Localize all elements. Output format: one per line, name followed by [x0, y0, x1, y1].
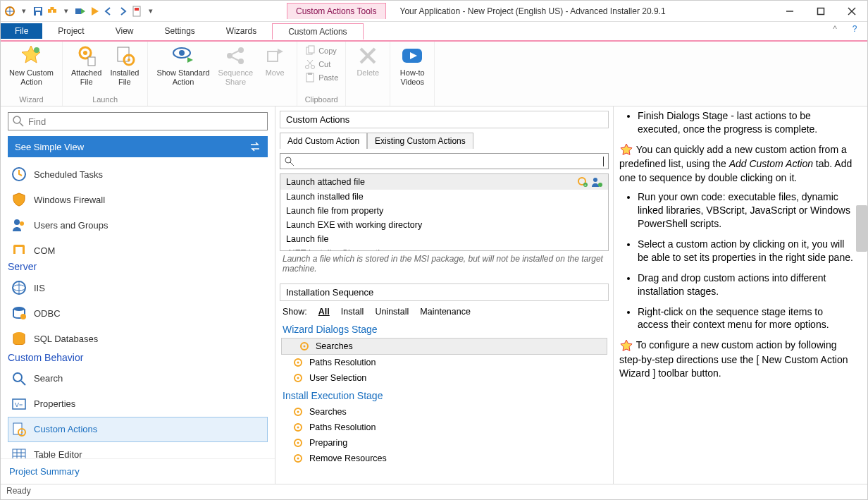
ribbon-collapse-icon[interactable]: ^ [828, 24, 842, 38]
list-item[interactable]: Launch file [280, 232, 608, 246]
nav-odbc[interactable]: ODBC [8, 300, 268, 326]
tab-wizards[interactable]: Wizards [211, 23, 272, 39]
tab-view[interactable]: View [100, 23, 149, 39]
delete-icon [356, 44, 379, 67]
help-text: Drag and drop custom actions into differ… [638, 272, 856, 298]
nav-iis[interactable]: IIS [8, 275, 268, 300]
nav-com[interactable]: COM [8, 238, 268, 254]
list-item[interactable]: Launch installed file [280, 190, 608, 204]
stage-paths-2[interactable]: Paths Resolution [275, 420, 613, 435]
tab-settings[interactable]: Settings [149, 23, 211, 39]
stage-user-selection[interactable]: User Selection [275, 370, 613, 386]
custom-action-list[interactable]: Launch attached file + Launch installed … [280, 173, 609, 251]
list-item[interactable]: Launch attached file + [280, 174, 608, 190]
gear-icon [299, 341, 310, 352]
see-simple-view-button[interactable]: See Simple View [8, 136, 268, 157]
svg-point-43 [14, 219, 20, 225]
nav-search[interactable]: Search [8, 366, 268, 391]
svg-rect-7 [75, 8, 81, 14]
show-label: Show: [283, 307, 307, 317]
stage-remove-resources[interactable]: Remove Resources [275, 451, 613, 466]
paste-icon [304, 72, 316, 83]
nav-custom-actions[interactable]: Custom Actions [8, 417, 268, 442]
nav-sql[interactable]: SQL Databases [8, 326, 268, 344]
maximize-button[interactable] [805, 1, 836, 21]
tab-project[interactable]: Project [42, 23, 99, 39]
gear-add-icon[interactable]: + [577, 176, 588, 188]
stage-searches[interactable]: Searches [281, 338, 607, 355]
attached-file-button[interactable]: Attached File [67, 43, 106, 88]
svg-rect-11 [818, 8, 824, 14]
filter-install[interactable]: Install [341, 307, 364, 317]
play-icon[interactable] [88, 5, 101, 18]
sequence-title: Installation Sequence [280, 283, 609, 301]
save-icon[interactable] [32, 5, 44, 18]
forward-icon[interactable] [116, 5, 129, 18]
nav-table-editor[interactable]: Table Editor [8, 442, 268, 458]
tab-add-custom-action[interactable]: Add Custom Action [280, 133, 367, 149]
nav-scheduled-tasks[interactable]: Scheduled Tasks [8, 161, 268, 187]
tab-existing-custom-actions[interactable]: Existing Custom Actions [367, 133, 473, 149]
svg-point-83 [297, 442, 299, 444]
build-icon[interactable] [46, 5, 58, 18]
filter-uninstall[interactable]: Uninstall [375, 307, 409, 317]
stage-searches-2[interactable]: Searches [275, 404, 613, 420]
qat-dropdown-icon[interactable]: ▾ [18, 5, 30, 18]
list-item[interactable]: .NET Installer Class action [280, 246, 608, 251]
svg-rect-36 [308, 73, 312, 75]
help-text: Right-click on the sequence stage items … [638, 305, 856, 332]
nav-windows-firewall[interactable]: Windows Firewall [8, 187, 268, 212]
svg-rect-30 [309, 46, 314, 53]
project-summary-link[interactable]: Project Summary [1, 458, 275, 484]
new-custom-action-button[interactable]: New Custom Action [5, 43, 58, 88]
list-item[interactable]: Launch EXE with working directory [280, 218, 608, 232]
stage-paths[interactable]: Paths Resolution [275, 355, 613, 370]
howto-videos-button[interactable]: How-to Videos [395, 43, 430, 88]
qat-dropdown2-icon[interactable]: ▾ [60, 5, 73, 18]
sequence-share-button: Sequence Share [214, 43, 258, 88]
filter-all[interactable]: All [318, 307, 330, 317]
svg-point-40 [13, 116, 20, 123]
search-icon [13, 116, 24, 127]
delete-button: Delete [350, 43, 385, 79]
install-execution-stage: Install Execution Stage [275, 386, 613, 404]
person-add-icon[interactable] [591, 176, 602, 188]
svg-point-85 [297, 458, 299, 460]
scrollbar-thumb[interactable] [856, 205, 867, 252]
ca-search-box[interactable] [280, 153, 609, 169]
nav-properties[interactable]: V=Properties [8, 391, 268, 417]
ca-search-input[interactable] [297, 156, 604, 166]
nav-users-groups[interactable]: Users and Groups [8, 212, 268, 238]
move-icon [264, 44, 286, 67]
qat-more-icon[interactable]: ▾ [144, 5, 157, 18]
star-tip-icon [619, 339, 633, 353]
find-input-container[interactable] [8, 112, 268, 130]
svg-line-66 [290, 162, 294, 166]
find-input[interactable] [28, 116, 263, 127]
svg-point-77 [297, 377, 299, 379]
svg-text:+: + [584, 183, 587, 187]
minimize-button[interactable] [774, 1, 805, 21]
group-wizard-label: Wizard [5, 94, 58, 106]
filter-maintenance[interactable]: Maintenance [420, 307, 471, 317]
close-button[interactable] [836, 1, 867, 21]
help-icon[interactable]: ? [848, 24, 862, 38]
run-icon[interactable] [74, 5, 87, 18]
svg-line-41 [20, 123, 23, 126]
gear-doc-icon [11, 422, 27, 437]
svg-rect-6 [51, 7, 54, 10]
copy-button: Copy [302, 44, 341, 57]
installed-file-button[interactable]: Installed File [106, 43, 143, 88]
svg-point-73 [304, 346, 306, 348]
pdf-icon[interactable] [130, 5, 143, 18]
stage-preparing[interactable]: Preparing [275, 435, 613, 451]
tab-file[interactable]: File [1, 23, 42, 39]
svg-rect-46 [16, 247, 23, 254]
back-icon[interactable] [102, 5, 115, 18]
tab-custom-actions[interactable]: Custom Actions [272, 23, 363, 39]
help-panel: Finish Dialogs Stage - last actions to b… [614, 106, 867, 484]
list-item[interactable]: Launch file from property [280, 204, 608, 218]
svg-rect-17 [88, 57, 95, 66]
contextual-tool-tab: Custom Actions Tools [287, 3, 386, 19]
show-standard-action-button[interactable]: Show Standard Action [152, 43, 213, 88]
